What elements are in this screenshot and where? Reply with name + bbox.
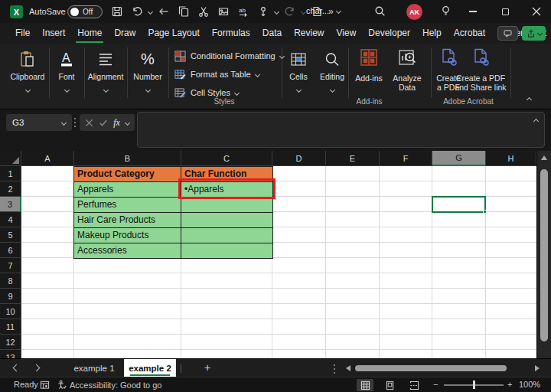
- vertical-scroll-thumb[interactable]: [540, 169, 548, 341]
- active-cell-g3[interactable]: [432, 196, 486, 213]
- formula-input[interactable]: [137, 112, 545, 148]
- row-header-4[interactable]: 4: [0, 212, 21, 227]
- document-title[interactable]: char...: [306, 6, 341, 15]
- font-group-button[interactable]: A Font: [49, 48, 84, 95]
- search-icon[interactable]: [373, 5, 386, 21]
- row-header-5[interactable]: 5: [0, 227, 21, 243]
- touch-mode-dropdown-icon[interactable]: [274, 8, 279, 14]
- autosave-toggle[interactable]: Off: [67, 5, 103, 18]
- cell-c6[interactable]: [181, 243, 273, 259]
- row-header-9[interactable]: 9: [0, 289, 21, 304]
- create-pdf-share-button[interactable]: Create a PDF and Share link: [453, 47, 508, 92]
- insert-picture-button[interactable]: [215, 2, 232, 21]
- select-all-button[interactable]: [0, 151, 21, 166]
- alignment-group-button[interactable]: Alignment: [84, 48, 127, 95]
- cell-b5[interactable]: Makeup Products: [74, 228, 181, 243]
- row-header-7[interactable]: 7: [0, 258, 21, 273]
- tab-review[interactable]: Review: [292, 24, 325, 43]
- tab-data[interactable]: Data: [261, 24, 283, 43]
- avatar[interactable]: AK: [406, 4, 422, 20]
- cell-c4[interactable]: [181, 213, 273, 228]
- sheet-nav-left-icon[interactable]: [13, 364, 21, 372]
- cell-c3[interactable]: [181, 198, 273, 213]
- scroll-right-icon[interactable]: [535, 365, 540, 371]
- cell-b2[interactable]: Apparels: [74, 182, 181, 198]
- row-header-8[interactable]: 8: [0, 273, 21, 289]
- undo-button[interactable]: [129, 2, 145, 21]
- insert-function-icon[interactable]: fx: [113, 117, 120, 129]
- row-header-10[interactable]: 10: [0, 304, 21, 319]
- column-header-c[interactable]: C: [181, 151, 272, 166]
- tab-help[interactable]: Help: [421, 24, 443, 43]
- collapse-formula-bar-icon[interactable]: [533, 119, 539, 124]
- clipboard-group-button[interactable]: Clipboard: [6, 48, 49, 95]
- sheet-tab-example-1[interactable]: example 1: [67, 359, 121, 377]
- row-header-3[interactable]: 3: [0, 197, 21, 212]
- column-header-g[interactable]: G: [432, 151, 486, 166]
- row-header-11[interactable]: 11: [0, 319, 21, 335]
- undo-dropdown-icon[interactable]: [148, 8, 153, 14]
- close-button[interactable]: [523, 0, 549, 23]
- sheet-tab-example-2[interactable]: example 2: [124, 359, 176, 377]
- tab-acrobat[interactable]: Acrobat: [452, 24, 487, 43]
- vertical-scrollbar[interactable]: [536, 151, 551, 358]
- maximize-button[interactable]: [492, 0, 518, 23]
- tab-draw[interactable]: Draw: [112, 24, 137, 43]
- column-header-b[interactable]: B: [74, 151, 181, 166]
- minimize-button[interactable]: [460, 0, 486, 23]
- cut-button[interactable]: [195, 2, 212, 21]
- tab-formulas[interactable]: Formulas: [210, 24, 252, 43]
- accessibility-status[interactable]: Accessibility: Good to go: [57, 380, 161, 390]
- sheet-nav-right-icon[interactable]: [33, 364, 41, 372]
- spelling-translate-button[interactable]: ab: [235, 2, 252, 21]
- cells-group-button[interactable]: Cells: [282, 48, 315, 95]
- fx-dropdown-icon[interactable]: [125, 119, 130, 125]
- row-header-6[interactable]: 6: [0, 243, 21, 258]
- number-group-button[interactable]: % Number: [127, 48, 168, 95]
- tab-home[interactable]: Home: [76, 24, 103, 43]
- comments-button[interactable]: [497, 26, 518, 41]
- page-break-preview-button[interactable]: [406, 379, 422, 391]
- scroll-up-icon[interactable]: [541, 155, 547, 160]
- share-button[interactable]: [522, 26, 546, 41]
- row-header-2[interactable]: 2: [0, 181, 21, 197]
- column-header-d[interactable]: D: [272, 151, 326, 166]
- tab-page-layout[interactable]: Page Layout: [146, 24, 201, 43]
- row-header-12[interactable]: 12: [0, 335, 21, 350]
- horizontal-scroll-thumb[interactable]: [355, 365, 507, 371]
- scroll-left-icon[interactable]: [346, 365, 350, 371]
- redo-button[interactable]: [282, 2, 298, 21]
- column-header-f[interactable]: F: [380, 151, 432, 166]
- cancel-icon[interactable]: [85, 119, 93, 127]
- zoom-out-button[interactable]: −: [433, 380, 438, 389]
- cell-b4[interactable]: Hair Care Products: [74, 213, 181, 228]
- cell-b3[interactable]: Perfumes: [74, 198, 181, 213]
- editing-group-button[interactable]: Editing: [315, 48, 349, 95]
- cell-b6[interactable]: Accessories: [74, 243, 181, 259]
- column-header-e[interactable]: E: [326, 151, 380, 166]
- analyze-data-button[interactable]: Analyze Data: [389, 47, 425, 92]
- column-header-h[interactable]: H: [486, 151, 536, 166]
- add-sheet-button[interactable]: +: [201, 361, 214, 374]
- zoom-slider-handle[interactable]: [473, 381, 475, 389]
- fill-handle[interactable]: [483, 210, 487, 214]
- tab-file[interactable]: File: [14, 24, 31, 43]
- save-button[interactable]: [109, 2, 126, 21]
- tab-view[interactable]: View: [335, 24, 358, 43]
- tab-developer[interactable]: Developer: [367, 24, 412, 43]
- copy-button[interactable]: [175, 2, 192, 21]
- row-header-1[interactable]: 1: [0, 166, 21, 181]
- cell-c5[interactable]: [181, 228, 273, 243]
- name-box[interactable]: G3: [6, 114, 72, 131]
- enter-icon[interactable]: [99, 119, 108, 127]
- macro-record-icon[interactable]: [40, 380, 50, 391]
- back-arrow-button[interactable]: [155, 2, 172, 21]
- format-as-table-button[interactable]: Format as Table: [174, 65, 284, 83]
- zoom-in-button[interactable]: +: [507, 380, 512, 389]
- column-header-a[interactable]: A: [21, 151, 74, 166]
- cell-b1[interactable]: Product Category: [74, 167, 181, 182]
- page-layout-view-button[interactable]: [381, 379, 398, 391]
- tab-insert[interactable]: Insert: [41, 24, 67, 43]
- redo-dropdown-icon[interactable]: [301, 8, 306, 14]
- excel-logo-icon[interactable]: X: [10, 5, 23, 18]
